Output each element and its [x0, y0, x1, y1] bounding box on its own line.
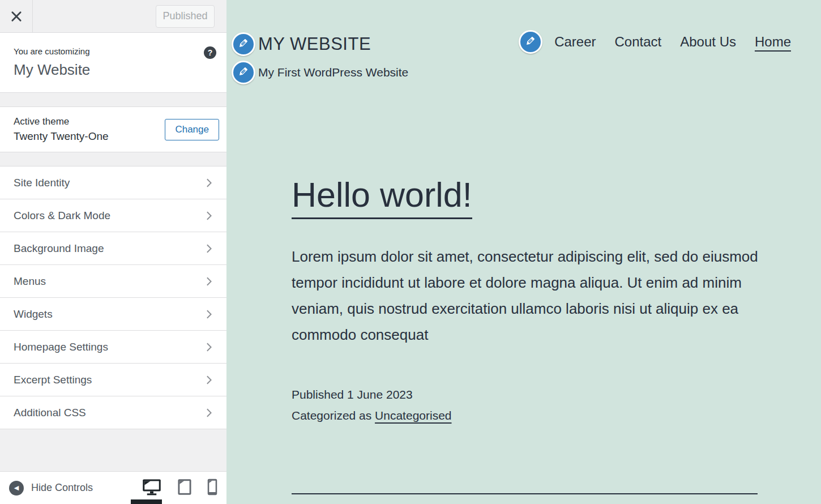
menu-item-label: Excerpt Settings	[14, 374, 92, 386]
desktop-preview-button[interactable]	[142, 479, 162, 497]
menu-item-label: Homepage Settings	[14, 341, 108, 353]
published-button[interactable]: Published	[156, 5, 215, 28]
edit-tagline-button[interactable]	[232, 61, 255, 84]
edit-menu-button[interactable]	[519, 30, 542, 54]
post-separator-line	[292, 493, 758, 494]
customizer-menu: Site Identity Colors & Dark Mode Backgro…	[0, 166, 226, 429]
section-divider	[0, 152, 226, 166]
arrow-left-icon: ◀	[14, 484, 19, 492]
close-icon	[10, 10, 23, 23]
pencil-icon	[238, 66, 249, 79]
menu-item-label: Additional CSS	[14, 407, 86, 419]
preview-tagline[interactable]: My First WordPress Website	[258, 66, 408, 79]
menu-item-label: Site Identity	[14, 177, 70, 189]
wordpress-customizer: Published You are customizing My Website…	[0, 0, 821, 504]
sidebar-item-excerpt-settings[interactable]: Excerpt Settings	[0, 364, 226, 396]
edit-site-title-button[interactable]	[232, 32, 255, 56]
chevron-right-icon	[204, 309, 214, 319]
desktop-icon	[142, 479, 162, 497]
chevron-right-icon	[204, 408, 214, 418]
primary-navigation: Career Contact About Us Home	[519, 30, 791, 54]
sidebar-item-site-identity[interactable]: Site Identity	[0, 166, 226, 199]
customizer-topbar: Published	[0, 0, 226, 33]
sidebar-item-additional-css[interactable]: Additional CSS	[0, 396, 226, 429]
sidebar-item-background-image[interactable]: Background Image	[0, 232, 226, 265]
customized-site-name: My Website	[14, 61, 213, 79]
site-preview: MY WEBSITE My First WordPress Website Ca…	[226, 0, 821, 504]
chevron-right-icon	[204, 244, 214, 254]
mobile-icon	[207, 479, 217, 497]
chevron-right-icon	[204, 342, 214, 352]
categorized-as-label: Categorized as	[292, 409, 375, 422]
site-branding-tagline-row: My First WordPress Website	[232, 61, 408, 84]
sidebar-item-colors-dark-mode[interactable]: Colors & Dark Mode	[0, 199, 226, 232]
tablet-icon	[177, 479, 192, 497]
help-icon[interactable]: ?	[204, 46, 216, 59]
chevron-right-icon	[204, 211, 214, 221]
menu-item-label: Background Image	[14, 242, 104, 255]
active-theme-name: Twenty Twenty-One	[14, 130, 159, 143]
customizer-footer: ◀ Hide Controls	[0, 471, 226, 504]
mobile-preview-button[interactable]	[207, 479, 217, 497]
close-customizer-button[interactable]	[0, 0, 33, 32]
chevron-right-icon	[204, 276, 214, 287]
post-title-link[interactable]: Hello world!	[292, 178, 472, 219]
hide-controls-label[interactable]: Hide Controls	[31, 482, 93, 494]
site-branding-title-row: MY WEBSITE	[232, 32, 371, 56]
chevron-right-icon	[204, 375, 214, 385]
nav-item-contact[interactable]: Contact	[615, 34, 662, 50]
menu-item-label: Menus	[14, 275, 46, 288]
sidebar-item-homepage-settings[interactable]: Homepage Settings	[0, 331, 226, 364]
customize-info-panel: You are customizing My Website ?	[0, 33, 226, 93]
active-theme-panel: Active theme Twenty Twenty-One Change	[0, 106, 226, 152]
pencil-icon	[525, 35, 536, 49]
customizing-preamble: You are customizing	[14, 46, 213, 56]
post-category-line: Categorized as Uncategorised	[292, 409, 452, 422]
device-preview-switcher	[142, 479, 217, 497]
menu-item-label: Widgets	[14, 308, 53, 321]
post-published-date: Published 1 June 2023	[292, 388, 413, 402]
menu-item-label: Colors & Dark Mode	[14, 210, 110, 222]
change-theme-button[interactable]: Change	[165, 119, 219, 140]
active-device-indicator	[131, 499, 162, 504]
nav-item-home[interactable]: Home	[755, 34, 791, 50]
customizer-sidebar: Published You are customizing My Website…	[0, 0, 226, 504]
post-body-text: Lorem ipsum dolor sit amet, consectetur …	[292, 244, 759, 348]
active-theme-label: Active theme	[14, 116, 159, 127]
section-divider	[0, 93, 226, 106]
chevron-right-icon	[204, 178, 214, 188]
sidebar-item-widgets[interactable]: Widgets	[0, 298, 226, 331]
nav-item-about-us[interactable]: About Us	[680, 34, 736, 50]
sidebar-item-menus[interactable]: Menus	[0, 265, 226, 298]
collapse-sidebar-button[interactable]: ◀	[9, 481, 24, 496]
preview-site-title[interactable]: MY WEBSITE	[258, 34, 371, 54]
pencil-icon	[238, 37, 249, 51]
tablet-preview-button[interactable]	[177, 479, 192, 497]
category-link-uncategorised[interactable]: Uncategorised	[375, 409, 451, 422]
nav-item-career[interactable]: Career	[554, 34, 596, 50]
